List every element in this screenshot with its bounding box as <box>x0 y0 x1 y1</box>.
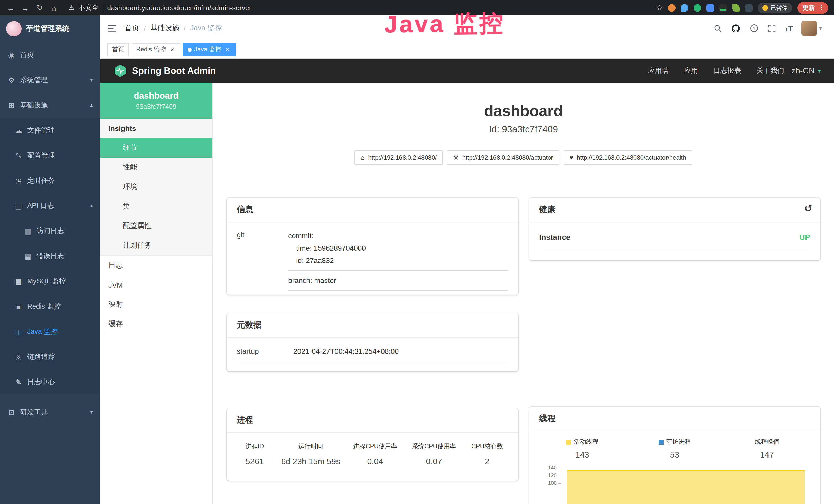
sba-brand[interactable]: Spring Boot Admin <box>113 64 216 77</box>
legend-label-row: 守护进程 <box>629 437 721 446</box>
info-value: commit: time: 1596289704000 id: 27aa832b… <box>288 230 508 291</box>
sidebar-item[interactable]: ▤API 日志▴ <box>0 193 100 218</box>
update-button[interactable]: 更新 ⋮ <box>797 2 828 14</box>
sidebar-item[interactable]: ◷定时任务 <box>0 168 100 193</box>
update-label: 更新 <box>803 3 815 12</box>
sidebar-item[interactable]: ▤访问日志 <box>0 218 100 244</box>
infrastructure-icon: ⊞ <box>7 101 16 109</box>
tab-item[interactable]: 首页 <box>107 43 129 56</box>
sidebar-item[interactable]: ✎日志中心 <box>0 369 100 394</box>
process-value: 0.04 <box>346 454 404 469</box>
sba-menu-item[interactable]: 计划任务 <box>100 236 212 255</box>
sidebar-item[interactable]: ⊡研发工具▾ <box>0 399 100 425</box>
chevron-down-icon: ▾ <box>819 25 822 31</box>
browser-actions: ☆ 已暂停 更新 ⋮ <box>656 2 828 14</box>
search-icon[interactable] <box>714 24 722 32</box>
extension-icon[interactable] <box>694 4 701 12</box>
tab-item[interactable]: Redis 监控× <box>132 43 180 56</box>
sidebar-item[interactable]: ▦MySQL 监控 <box>0 269 100 294</box>
hamburger-icon[interactable] <box>108 24 118 33</box>
sba-sidebar-items: 日志JVM映射缓存 <box>100 256 212 334</box>
sba-menu-item[interactable]: 配置属性 <box>100 216 212 236</box>
sba-nav-item[interactable]: 日志报表 <box>713 66 741 75</box>
github-icon[interactable] <box>731 23 741 33</box>
font-size-icon[interactable]: TT <box>785 24 793 32</box>
instance-id-line: Id: 93a3fc7f7409 <box>213 124 834 135</box>
extension-icon[interactable] <box>706 4 714 12</box>
extension-icon[interactable] <box>745 4 752 12</box>
sidebar-item[interactable]: ⊞基础设施▴ <box>0 92 100 118</box>
sidebar-item[interactable]: ▣Redis 监控 <box>0 294 100 319</box>
sidebar-item[interactable]: ◉首页 <box>0 42 100 67</box>
info-row-label: git <box>237 230 288 291</box>
locale-select[interactable]: zh-CN ▾ <box>791 66 821 75</box>
breadcrumb-item[interactable]: Java 监控 <box>190 24 222 33</box>
sidebar-item[interactable]: ⚙系统管理▾ <box>0 67 100 92</box>
url-bar[interactable]: ⚠ 不安全 dashboard.yudao.iocoder.cn/infra/a… <box>69 3 651 12</box>
breadcrumb-separator: / <box>144 24 146 32</box>
fullscreen-icon[interactable] <box>767 24 776 32</box>
menu-kebab-icon[interactable]: ⋮ <box>817 4 826 11</box>
extension-icon[interactable] <box>668 4 676 12</box>
bookmark-star-icon[interactable]: ☆ <box>656 4 663 12</box>
sidebar-item-label: 访问日志 <box>37 226 64 235</box>
sba-nav-item[interactable]: 关于我们 <box>756 66 784 75</box>
sba-menu-item[interactable]: 性能 <box>100 158 212 177</box>
extension-icon[interactable] <box>681 4 688 12</box>
app-sidebar-menu: ◉首页⚙系统管理▾⊞基础设施▴☁文件管理✎配置管理◷定时任务▤API 日志▴▤访… <box>0 42 100 425</box>
sba-menu-item[interactable]: 缓存 <box>100 314 212 334</box>
forward-icon[interactable]: → <box>21 3 30 12</box>
help-icon[interactable]: ? <box>749 24 759 33</box>
instance-link[interactable]: ⚒http://192.168.0.2:48080/actuator <box>447 151 559 165</box>
tab-item[interactable]: Java 监控× <box>183 43 236 56</box>
sidebar-item-label: 首页 <box>20 50 34 59</box>
tags-bar: 首页Redis 监控×Java 监控× <box>100 41 834 59</box>
instance-link[interactable]: ⌂http://192.168.0.2:48080/ <box>355 151 443 165</box>
process-column-header: 系统CPU使用率 <box>404 439 463 454</box>
sba-navbar: Spring Boot Admin 应用墙应用日志报表关于我们 zh-CN ▾ <box>100 59 834 83</box>
instance-header[interactable]: dashboard 93a3fc7f7409 <box>100 83 212 119</box>
process-value: 0.07 <box>404 454 463 469</box>
sba-nav-item[interactable]: 应用墙 <box>648 66 668 75</box>
svg-text:?: ? <box>753 26 755 30</box>
back-icon[interactable]: ← <box>6 3 16 12</box>
paused-badge[interactable]: 已暂停 <box>758 2 792 13</box>
sba-menu-item[interactable]: 环境 <box>100 177 212 197</box>
legend-value: 147 <box>721 450 813 460</box>
sidebar-item-label: 错误日志 <box>37 251 64 260</box>
browser-chrome: ← → ↻ ⌂ ⚠ 不安全 dashboard.yudao.iocoder.cn… <box>0 0 834 16</box>
api-log-icon: ▤ <box>14 202 23 210</box>
extension-icon[interactable] <box>719 4 727 12</box>
screen: ← → ↻ ⌂ ⚠ 不安全 dashboard.yudao.iocoder.cn… <box>0 0 834 504</box>
sba-menu-item[interactable]: 细节 <box>100 138 212 158</box>
sidebar-item-label: 系统管理 <box>20 75 48 85</box>
avatar[interactable]: ▾ <box>802 21 822 36</box>
metadata-card-title: 元数据 <box>226 313 518 338</box>
reload-icon[interactable]: ↻ <box>35 3 44 12</box>
chevron-up-icon: ▴ <box>90 102 93 108</box>
extension-icon[interactable] <box>732 4 740 12</box>
browser-home-icon[interactable]: ⌂ <box>49 3 59 12</box>
sba-menu-item[interactable]: JVM <box>100 275 212 295</box>
sidebar-item[interactable]: ▤错误日志 <box>0 244 100 269</box>
process-column-header: CPU核心数 <box>463 439 511 454</box>
sidebar-item[interactable]: ◫Java 监控 <box>0 319 100 344</box>
close-icon[interactable]: × <box>169 46 176 53</box>
close-icon[interactable]: × <box>224 46 231 53</box>
sidebar-item[interactable]: ☁文件管理 <box>0 118 100 143</box>
sba-menu-item[interactable]: 映射 <box>100 295 212 314</box>
instance-link[interactable]: ♥http://192.168.0.2:48080/actuator/healt… <box>563 151 692 165</box>
breadcrumb-item[interactable]: 首页 <box>125 24 139 33</box>
sba-menu-item[interactable]: 日志 <box>100 256 212 275</box>
sba-nav-item[interactable]: 应用 <box>684 66 698 75</box>
breadcrumb-item[interactable]: 基础设施 <box>150 24 179 33</box>
link-label: http://192.168.0.2:48080/actuator <box>462 154 553 161</box>
sba-frame: Spring Boot Admin 应用墙应用日志报表关于我们 zh-CN ▾ … <box>100 59 834 504</box>
sidebar-item[interactable]: ✎配置管理 <box>0 143 100 168</box>
history-icon[interactable]: ↺ <box>805 203 812 214</box>
sidebar-item-label: MySQL 监控 <box>27 276 66 286</box>
sidebar-item[interactable]: ◎链路追踪 <box>0 344 100 369</box>
app-logo[interactable]: 芋道管理系统 <box>0 16 100 42</box>
process-value-row: 52616d 23h 15m 59s0.040.072 <box>234 454 511 469</box>
sba-menu-item[interactable]: 类 <box>100 197 212 216</box>
